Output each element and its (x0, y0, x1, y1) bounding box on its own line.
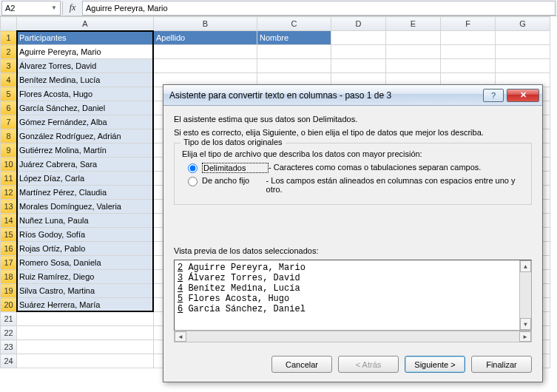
original-data-type-group: Tipo de los datos originales Elija el ti… (174, 143, 532, 205)
column-header-G[interactable]: G (496, 17, 550, 31)
row-header-8[interactable]: 8 (1, 129, 17, 143)
cell-A17[interactable]: Romero Sosa, Daniela (17, 256, 154, 270)
cell-G1[interactable] (496, 31, 550, 45)
scroll-up-icon[interactable]: ▲ (520, 260, 531, 272)
row-header-6[interactable]: 6 (1, 101, 17, 115)
row-header-24[interactable]: 24 (1, 354, 17, 368)
cancel-button[interactable]: Cancelar (271, 356, 332, 373)
scroll-left-icon[interactable]: ◄ (175, 331, 186, 342)
cell-B1[interactable]: Apellido (154, 31, 257, 45)
cell-F1[interactable] (441, 31, 496, 45)
cell-A11[interactable]: López Díaz, Carla (17, 172, 154, 186)
cell-G2[interactable] (496, 45, 550, 59)
cell-A7[interactable]: Gómez Fernández, Alba (17, 115, 154, 129)
cell-C3[interactable] (257, 59, 331, 73)
next-button[interactable]: Siguiente > (405, 356, 465, 373)
row-header-4[interactable]: 4 (1, 73, 17, 87)
column-header-A[interactable]: A (17, 17, 154, 31)
fx-icon[interactable]: fx (64, 2, 81, 13)
row-header-15[interactable]: 15 (1, 228, 17, 242)
cell-F2[interactable] (441, 45, 496, 59)
cell-A12[interactable]: Martínez Pérez, Claudia (17, 186, 154, 200)
row-header-18[interactable]: 18 (1, 270, 17, 284)
cell-E2[interactable] (386, 45, 441, 59)
intro-text-2: Si esto es correcto, elija Siguiente, o … (174, 128, 532, 137)
cell-A19[interactable]: Silva Castro, Martina (17, 284, 154, 298)
cell-A15[interactable]: Ríos Godoy, Sofía (17, 228, 154, 242)
cell-A22[interactable] (17, 326, 154, 340)
cell-A24[interactable] (17, 354, 154, 368)
row-header-10[interactable]: 10 (1, 158, 17, 172)
cell-A14[interactable]: Nuñez Luna, Paula (17, 214, 154, 228)
cell-A6[interactable]: García Sánchez, Daniel (17, 101, 154, 115)
cell-A1[interactable]: Participantes (17, 31, 154, 45)
cell-C2[interactable] (257, 45, 331, 59)
row-header-23[interactable]: 23 (1, 340, 17, 354)
row-header-12[interactable]: 12 (1, 186, 17, 200)
row-header-7[interactable]: 7 (1, 115, 17, 129)
column-header-C[interactable]: C (257, 17, 331, 31)
cell-A20[interactable]: Suárez Herrera, María (17, 298, 154, 312)
scroll-right-icon[interactable]: ► (519, 331, 531, 342)
row-header-20[interactable]: 20 (1, 298, 17, 312)
cell-E3[interactable] (386, 59, 441, 73)
row-header-11[interactable]: 11 (1, 172, 17, 186)
cell-D3[interactable] (331, 59, 386, 73)
column-header-B[interactable]: B (154, 17, 257, 31)
radio-fixedwidth-row[interactable]: De ancho fijo - Los campos están alinead… (188, 176, 524, 194)
cell-A9[interactable]: Gutiérrez Molina, Martín (17, 143, 154, 158)
radio-fixedwidth[interactable] (188, 177, 198, 186)
row-header-17[interactable]: 17 (1, 256, 17, 270)
row-header-2[interactable]: 2 (1, 45, 17, 59)
select-all-corner[interactable] (1, 17, 17, 31)
close-button[interactable]: ✕ (507, 89, 539, 102)
row-header-13[interactable]: 13 (1, 200, 17, 214)
cell-A23[interactable] (17, 340, 154, 354)
cell-C1[interactable]: Nombre (257, 31, 331, 45)
cell-A18[interactable]: Ruiz Ramírez, Diego (17, 270, 154, 284)
cell-A13[interactable]: Morales Domínguez, Valeria (17, 200, 154, 214)
formula-value: Aguirre Pereyra, Mario (86, 4, 168, 13)
cell-D2[interactable] (331, 45, 386, 59)
row-header-19[interactable]: 19 (1, 284, 17, 298)
row-header-5[interactable]: 5 (1, 87, 17, 101)
cell-A10[interactable]: Juárez Cabrera, Sara (17, 158, 154, 172)
cell-E1[interactable] (386, 31, 441, 45)
help-button[interactable]: ? (483, 89, 504, 102)
row-header-21[interactable]: 21 (1, 312, 17, 326)
cell-B2[interactable] (154, 45, 257, 59)
preview-vscrollbar[interactable]: ▲ ▼ (519, 260, 531, 330)
cell-A16[interactable]: Rojas Ortíz, Pablo (17, 242, 154, 256)
row-header-9[interactable]: 9 (1, 143, 17, 158)
row-header-14[interactable]: 14 (1, 214, 17, 228)
cell-A8[interactable]: González Rodríguez, Adrián (17, 129, 154, 143)
row-header-16[interactable]: 16 (1, 242, 17, 256)
row-header-22[interactable]: 22 (1, 326, 17, 340)
group-prompt: Elija el tipo de archivo que describa lo… (182, 149, 524, 158)
cell-A5[interactable]: Flores Acosta, Hugo (17, 87, 154, 101)
preview-hscrollbar[interactable]: ◄ ► (174, 331, 532, 342)
column-header-F[interactable]: F (441, 17, 496, 31)
radio-delimited-row[interactable]: Delimitados - Caracteres como comas o ta… (188, 163, 524, 173)
column-header-D[interactable]: D (331, 17, 386, 31)
cell-B3[interactable] (154, 59, 257, 73)
row-header-3[interactable]: 3 (1, 59, 17, 73)
radio-fixedwidth-desc: - Los campos están alineados en columnas… (266, 176, 524, 194)
scroll-down-icon[interactable]: ▼ (520, 318, 531, 330)
cell-A2[interactable]: Aguirre Pereyra, Mario (17, 45, 154, 59)
radio-delimited[interactable] (188, 163, 198, 173)
chevron-down-icon[interactable]: ▼ (51, 4, 57, 11)
finish-button[interactable]: Finalizar (471, 356, 532, 373)
back-button[interactable]: < Atrás (338, 356, 399, 373)
cell-F3[interactable] (441, 59, 496, 73)
cell-A21[interactable] (17, 312, 154, 326)
row-header-1[interactable]: 1 (1, 31, 17, 45)
formula-input[interactable]: Aguirre Pereyra, Mario (82, 1, 556, 16)
cell-G3[interactable] (496, 59, 550, 73)
cell-A4[interactable]: Benítez Medina, Lucía (17, 73, 154, 87)
cell-D1[interactable] (331, 31, 386, 45)
dialog-titlebar[interactable]: Asistente para convertir texto en column… (163, 85, 542, 106)
name-box[interactable]: A2 ▼ (1, 1, 61, 16)
cell-A3[interactable]: Álvarez Torres, David (17, 59, 154, 73)
column-header-E[interactable]: E (386, 17, 441, 31)
